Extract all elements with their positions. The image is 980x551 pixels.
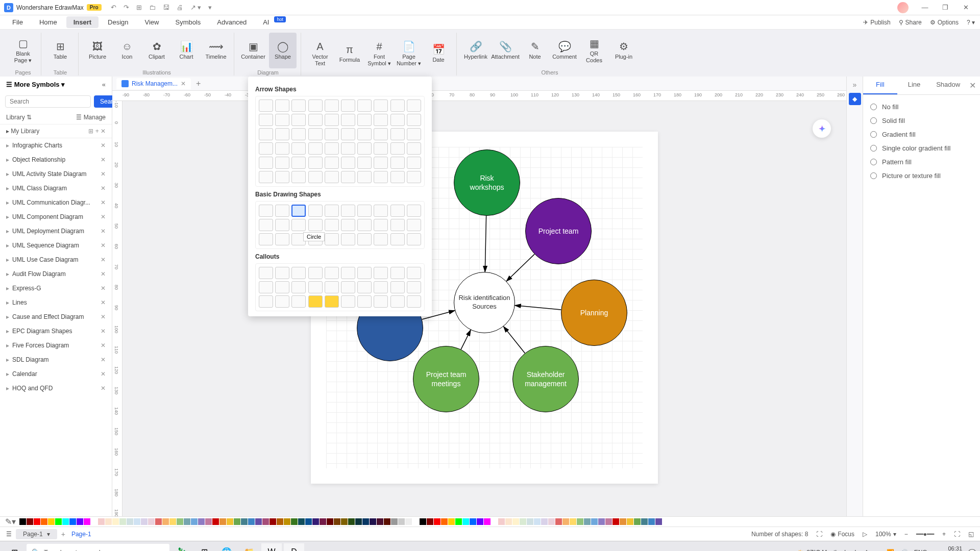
page-number-button[interactable]: 📄Page Number ▾ — [395, 33, 423, 74]
menu-symbols[interactable]: Symbols — [168, 16, 208, 28]
shape-thumbnail[interactable] — [275, 114, 289, 126]
edge-icon[interactable]: 🌐 — [216, 543, 237, 552]
shape-thumbnail[interactable] — [390, 157, 405, 169]
color-swatch[interactable] — [77, 518, 83, 525]
color-swatch[interactable] — [98, 518, 105, 525]
shape-thumbnail[interactable] — [357, 142, 372, 155]
diagram-node[interactable]: Planning — [561, 280, 627, 346]
close-icon[interactable]: ✕ — [101, 328, 106, 335]
color-swatch[interactable] — [548, 518, 555, 525]
shape-thumbnail[interactable] — [291, 219, 306, 231]
shape-thumbnail[interactable] — [291, 281, 306, 293]
color-swatch[interactable] — [134, 518, 140, 525]
taskbar-search[interactable]: 🔍 Type here to search — [27, 544, 169, 552]
shape-thumbnail[interactable] — [308, 205, 323, 217]
shape-thumbnail[interactable] — [357, 281, 372, 293]
color-swatch[interactable] — [470, 518, 476, 525]
color-swatch[interactable] — [148, 518, 155, 525]
add-page-button[interactable]: + — [61, 530, 65, 538]
date-button[interactable]: 📅Date — [425, 33, 452, 74]
shape-thumbnail[interactable] — [407, 99, 421, 112]
color-swatch[interactable] — [477, 518, 483, 525]
note-button[interactable]: ✎Note — [521, 33, 549, 68]
library-item[interactable]: ▸Cause and Effect Diagram✕ — [0, 310, 112, 324]
shape-thumbnail[interactable] — [275, 171, 289, 183]
fill-tool-icon[interactable]: ◆ — [849, 93, 861, 105]
color-swatch[interactable] — [41, 518, 47, 525]
library-item[interactable]: ▸UML Communication Diagr...✕ — [0, 195, 112, 210]
collapse-sidebar-icon[interactable]: « — [102, 81, 106, 88]
color-swatch[interactable] — [584, 518, 591, 525]
zoom-in[interactable]: + — [942, 531, 946, 538]
shape-thumbnail[interactable] — [308, 99, 323, 112]
shape-thumbnail[interactable] — [341, 267, 355, 279]
qr-codes-button[interactable]: ▦QR Codes — [580, 33, 608, 68]
shape-thumbnail[interactable] — [291, 128, 306, 140]
color-swatch[interactable] — [112, 518, 119, 525]
color-swatch[interactable] — [512, 518, 519, 525]
shape-thumbnail[interactable] — [390, 205, 405, 217]
color-swatch[interactable] — [377, 518, 383, 525]
taskbar-cortana[interactable]: 🦎 — [172, 543, 192, 552]
shape-thumbnail[interactable] — [341, 233, 355, 245]
ai-assistant-float[interactable]: ✦ — [813, 119, 831, 138]
minimize-button[interactable]: ― — [915, 4, 935, 11]
library-item[interactable]: ▸UML Use Case Diagram✕ — [0, 253, 112, 267]
color-swatch[interactable] — [498, 518, 505, 525]
new-icon[interactable]: ⊞ — [136, 4, 142, 11]
close-icon[interactable]: ✕ — [101, 285, 106, 292]
color-swatch[interactable] — [427, 518, 433, 525]
color-swatch[interactable] — [27, 518, 33, 525]
library-item[interactable]: ▸Object Relationship✕ — [0, 153, 112, 167]
shape-thumbnail[interactable] — [325, 205, 339, 217]
color-swatch[interactable] — [141, 518, 148, 525]
close-icon[interactable]: ✕ — [101, 256, 106, 263]
diagram-node[interactable]: Project team meetings — [413, 346, 479, 412]
color-swatch[interactable] — [184, 518, 190, 525]
fill-tab[interactable]: Fill — [863, 77, 897, 94]
color-swatch[interactable] — [605, 518, 612, 525]
clock[interactable]: 06:31 11-10-2023 — [934, 545, 962, 551]
color-swatch[interactable] — [577, 518, 583, 525]
color-swatch[interactable] — [127, 518, 133, 525]
color-swatch[interactable] — [370, 518, 376, 525]
menu-home[interactable]: Home — [32, 16, 64, 28]
menu-view[interactable]: View — [138, 16, 166, 28]
close-icon[interactable]: ✕ — [101, 270, 106, 278]
shape-thumbnail[interactable] — [325, 267, 339, 279]
shape-thumbnail[interactable] — [407, 171, 421, 183]
shape-thumbnail[interactable] — [259, 219, 273, 231]
color-swatch[interactable] — [48, 518, 55, 525]
present-icon[interactable]: ▷ — [863, 531, 867, 538]
start-button[interactable]: ⊞ — [4, 543, 24, 552]
color-swatch[interactable] — [119, 518, 126, 525]
color-swatch[interactable] — [620, 518, 626, 525]
color-swatch[interactable] — [84, 518, 90, 525]
tray-up-icon[interactable]: ^ — [865, 549, 868, 552]
shape-thumbnail[interactable] — [259, 267, 273, 279]
expand-right-icon[interactable]: » — [853, 81, 857, 89]
shape-thumbnail[interactable] — [407, 205, 421, 217]
color-swatch[interactable] — [362, 518, 369, 525]
color-swatch[interactable] — [219, 518, 226, 525]
close-icon[interactable]: ✕ — [101, 199, 106, 206]
color-swatch[interactable] — [441, 518, 448, 525]
fullscreen-icon[interactable]: ⛶ — [954, 531, 960, 538]
close-panel-icon[interactable]: ✕ — [965, 77, 980, 94]
color-swatch[interactable] — [305, 518, 312, 525]
shape-thumbnail[interactable] — [341, 295, 355, 308]
color-swatch[interactable] — [398, 518, 405, 525]
shape-thumbnail[interactable] — [341, 114, 355, 126]
eyedropper-icon[interactable]: ✎▾ — [5, 517, 16, 527]
color-swatch[interactable] — [327, 518, 333, 525]
shape-thumbnail[interactable] — [291, 267, 306, 279]
timeline-button[interactable]: ⟿Timeline — [202, 33, 230, 68]
onedrive-icon[interactable]: ☁ — [874, 549, 880, 552]
color-swatch[interactable] — [391, 518, 398, 525]
shape-thumbnail[interactable] — [341, 281, 355, 293]
shape-thumbnail[interactable] — [390, 114, 405, 126]
shape-thumbnail[interactable] — [390, 267, 405, 279]
canvas-area[interactable]: -90-80-70-60-50-40-30-20-100102030405060… — [112, 91, 846, 516]
shape-thumbnail[interactable] — [259, 295, 273, 308]
color-swatch[interactable] — [284, 518, 290, 525]
